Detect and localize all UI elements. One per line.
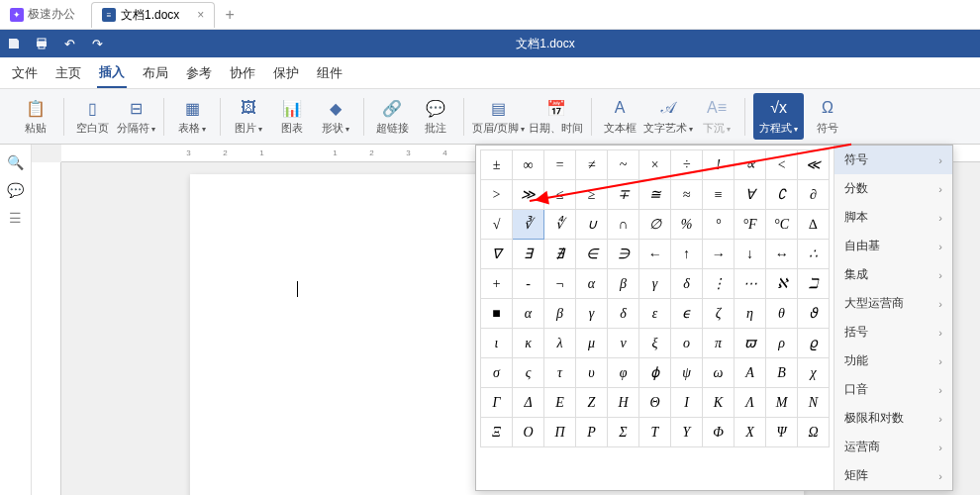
symbol-cell[interactable]: π xyxy=(703,329,735,358)
datetime-button[interactable]: 📅日期、时间 xyxy=(529,97,583,136)
symbol-cell[interactable]: ∆ xyxy=(798,210,830,240)
symbol-cell[interactable]: α xyxy=(576,269,608,299)
symbol-cell[interactable]: ∇ xyxy=(481,240,513,269)
symbol-cell[interactable]: μ xyxy=(576,329,608,358)
symbol-cell[interactable]: Σ xyxy=(608,418,639,447)
undo-button[interactable]: ↶ xyxy=(55,32,83,55)
symbol-cell[interactable]: Δ xyxy=(513,388,544,418)
symbol-cell[interactable]: ∁ xyxy=(766,180,798,210)
symbol-cell[interactable]: = xyxy=(544,150,576,180)
symbol-category-8[interactable]: 口音 xyxy=(834,375,952,404)
symbol-category-3[interactable]: 自由基 xyxy=(834,232,952,260)
symbol-cell[interactable]: ϱ xyxy=(798,329,830,358)
symbol-category-2[interactable]: 脚本 xyxy=(834,203,952,232)
symbol-cell[interactable]: κ xyxy=(513,329,544,358)
symbol-cell[interactable]: °F xyxy=(735,210,766,240)
symbol-cell[interactable]: Κ xyxy=(703,388,735,418)
save-button[interactable] xyxy=(0,32,28,55)
chart-button[interactable]: 📊图表 xyxy=(272,97,312,136)
symbol-cell[interactable]: ζ xyxy=(703,299,735,329)
symbol-cell[interactable]: λ xyxy=(544,329,576,358)
symbol-cell[interactable]: Μ xyxy=(766,388,798,418)
symbol-cell[interactable]: ° xyxy=(703,210,735,240)
symbol-cell[interactable]: Β xyxy=(766,358,798,388)
symbol-cell[interactable]: ∴ xyxy=(798,240,830,269)
symbol-cell[interactable]: ⋮ xyxy=(703,269,735,299)
symbol-cell[interactable]: ↓ xyxy=(735,240,766,269)
symbol-category-6[interactable]: 括号 xyxy=(834,318,952,346)
symbol-cell[interactable]: ϕ xyxy=(639,358,671,388)
symbol-cell[interactable]: ϖ xyxy=(735,329,766,358)
symbol-cell[interactable]: σ xyxy=(481,358,513,388)
symbol-cell[interactable]: < xyxy=(766,150,798,180)
headerfooter-button[interactable]: ▤页眉/页脚▾ xyxy=(472,97,525,136)
symbol-cell[interactable]: ■ xyxy=(481,299,513,329)
symbol-cell[interactable]: γ xyxy=(639,269,671,299)
symbol-category-1[interactable]: 分数 xyxy=(834,174,952,203)
symbol-cell[interactable]: ∜ xyxy=(544,210,576,240)
symbol-cell[interactable]: Ρ xyxy=(576,418,608,447)
symbol-cell[interactable]: φ xyxy=(608,358,639,388)
symbol-cell[interactable]: ϑ xyxy=(798,299,830,329)
menu-布局[interactable]: 布局 xyxy=(141,59,170,87)
symbol-cell[interactable]: Ω xyxy=(798,418,830,447)
symbol-cell[interactable]: β xyxy=(544,299,576,329)
table-button[interactable]: ▦表格▾ xyxy=(172,97,212,136)
symbol-category-10[interactable]: 运营商 xyxy=(834,433,952,461)
symbol-cell[interactable]: Η xyxy=(608,388,639,418)
symbol-cell[interactable]: Ι xyxy=(671,388,703,418)
symbol-cell[interactable]: ∂ xyxy=(798,180,830,210)
symbol-cell[interactable]: Υ xyxy=(671,418,703,447)
symbol-cell[interactable]: Α xyxy=(735,358,766,388)
symbol-cell[interactable]: ∋ xyxy=(608,240,639,269)
symbol-cell[interactable]: ≤ xyxy=(544,180,576,210)
equation-button[interactable]: √x方程式▾ xyxy=(753,93,804,140)
document-tab[interactable]: ≡ 文档1.docx × xyxy=(91,2,215,28)
symbol-cell[interactable]: Π xyxy=(544,418,576,447)
symbol-cell[interactable]: ρ xyxy=(766,329,798,358)
symbol-cell[interactable]: ↑ xyxy=(671,240,703,269)
symbol-cell[interactable]: ∛ xyxy=(513,210,544,240)
symbol-cell[interactable]: ≡ xyxy=(703,180,735,210)
symbol-cell[interactable]: Ο xyxy=(513,418,544,447)
symbol-cell[interactable]: Ν xyxy=(798,388,830,418)
menu-主页[interactable]: 主页 xyxy=(53,59,83,87)
symbol-cell[interactable]: ν xyxy=(608,329,639,358)
symbol-cell[interactable]: √ xyxy=(481,210,513,240)
symbol-cell[interactable]: ο xyxy=(671,329,703,358)
symbol-cell[interactable]: ∈ xyxy=(576,240,608,269)
symbol-cell[interactable]: δ xyxy=(608,299,639,329)
dropcap-button[interactable]: A≡下沉▾ xyxy=(697,97,736,136)
search-icon[interactable]: 🔍 xyxy=(7,154,24,170)
close-icon[interactable]: × xyxy=(197,8,204,22)
symbol-cell[interactable]: ∝ xyxy=(735,150,766,180)
symbol-cell[interactable]: ≥ xyxy=(576,180,608,210)
symbol-cell[interactable]: ∃ xyxy=(513,240,544,269)
redo-button[interactable]: ↷ xyxy=(83,32,111,55)
symbol-cell[interactable]: τ xyxy=(544,358,576,388)
symbol-cell[interactable]: ! xyxy=(703,150,735,180)
pagebreak-button[interactable]: ⊟分隔符▾ xyxy=(116,97,155,136)
symbol-cell[interactable]: ι xyxy=(481,329,513,358)
symbol-cell[interactable]: ≪ xyxy=(798,150,830,180)
menu-组件[interactable]: 组件 xyxy=(315,59,344,87)
symbol-cell[interactable]: ⋯ xyxy=(735,269,766,299)
symbol-cell[interactable]: Τ xyxy=(639,418,671,447)
symbol-cell[interactable]: ∓ xyxy=(608,180,639,210)
symbol-cell[interactable]: ≅ xyxy=(639,180,671,210)
symbol-cell[interactable]: > xyxy=(481,180,513,210)
symbol-cell[interactable]: ℵ xyxy=(766,269,798,299)
shape-button[interactable]: ◆形状▾ xyxy=(316,97,355,136)
symbol-cell[interactable]: Θ xyxy=(639,388,671,418)
symbol-cell[interactable]: ∩ xyxy=(608,210,639,240)
symbol-category-7[interactable]: 功能 xyxy=(834,346,952,375)
symbol-category-9[interactable]: 极限和对数 xyxy=(834,404,952,433)
symbol-cell[interactable]: - xyxy=(513,269,544,299)
symbol-cell[interactable]: Χ xyxy=(735,418,766,447)
symbol-cell[interactable]: δ xyxy=(671,269,703,299)
symbol-cell[interactable]: χ xyxy=(798,358,830,388)
add-tab-button[interactable]: + xyxy=(225,6,234,24)
wordart-button[interactable]: 𝒜文字艺术▾ xyxy=(643,97,693,136)
symbol-cell[interactable]: β xyxy=(608,269,639,299)
symbol-cell[interactable]: Ψ xyxy=(766,418,798,447)
